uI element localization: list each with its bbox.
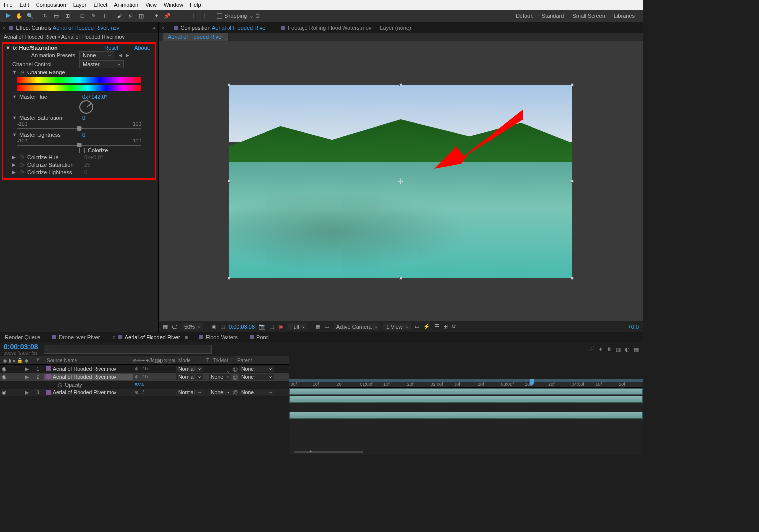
tab-drone[interactable]: Drone over River — [52, 334, 100, 340]
world-axis-icon[interactable]: ⊹ — [189, 11, 198, 20]
close-icon[interactable]: × — [113, 334, 115, 340]
layer-switches[interactable]: ⊕ / fx — [133, 366, 176, 371]
handle-icon[interactable] — [399, 277, 402, 280]
col-num[interactable]: # — [32, 358, 44, 363]
graph-editor-icon[interactable]: ▦ — [634, 346, 639, 353]
viewer-timecode[interactable]: 0:00:03:08 — [229, 324, 255, 330]
snapping-toggle[interactable]: Snapping ⌄ ⊡ — [217, 13, 260, 19]
pan-behind-icon[interactable]: ⊞ — [63, 11, 72, 20]
grid-icon[interactable]: ▦ — [163, 323, 168, 330]
reset-link[interactable]: Reset — [104, 45, 118, 51]
views-dropdown[interactable]: 1 View — [383, 323, 411, 330]
panel-menu-icon[interactable]: ≡ — [124, 25, 127, 31]
col-mode[interactable]: Mode — [176, 358, 205, 363]
canvas[interactable]: ✢ — [229, 85, 572, 278]
handle-icon[interactable] — [228, 180, 230, 183]
comp-mini-flowchart-icon[interactable]: ☄ — [589, 346, 594, 353]
opacity-value[interactable]: 58% — [133, 382, 176, 387]
menu-view[interactable]: View — [145, 2, 157, 8]
exposure-value[interactable]: +0.0 — [628, 324, 639, 330]
layer-bar[interactable] — [289, 412, 643, 419]
menu-effect[interactable]: Effect — [93, 2, 107, 8]
time-ruler[interactable]: :00f10f20f01:00f10f20f02:00f10f20f03:00f… — [289, 379, 643, 388]
light-slider[interactable] — [17, 145, 141, 146]
visibility-icon[interactable]: ◉ — [1, 390, 7, 395]
panel-menu-icon[interactable]: ≡ — [269, 25, 272, 31]
tab-render-queue[interactable]: Render Queue — [5, 334, 40, 340]
disclosure-icon[interactable]: ▼ — [12, 70, 16, 75]
tab-pond[interactable]: Pond — [250, 334, 269, 340]
motion-blur-icon[interactable]: ◐ — [625, 346, 630, 353]
workspace-libraries[interactable]: Libraries — [614, 13, 635, 19]
show-snapshot-icon[interactable]: ▢ — [269, 323, 274, 330]
about-link[interactable]: About... — [134, 45, 153, 51]
menu-help[interactable]: Help — [190, 2, 201, 8]
master-sat-value[interactable]: 0 — [82, 115, 85, 121]
time-zoom-slider[interactable] — [294, 451, 363, 453]
channel-range-strip[interactable] — [17, 77, 141, 83]
layer-switches[interactable]: ⊕ / fx — [133, 374, 176, 379]
workspace-small[interactable]: Small Screen — [572, 13, 605, 19]
col-source-name[interactable]: Source Name — [44, 358, 133, 363]
slider-thumb-icon[interactable] — [77, 126, 81, 131]
handle-icon[interactable] — [399, 83, 402, 86]
draft3d-icon[interactable]: ✦ — [598, 346, 603, 353]
trkmat-dropdown[interactable]: None — [209, 374, 231, 380]
anim-presets-dropdown[interactable]: None — [79, 51, 114, 59]
pickwhip-icon[interactable]: @ — [231, 390, 239, 395]
mask-icon[interactable]: ▭ — [324, 323, 329, 330]
handle-icon[interactable] — [571, 277, 574, 280]
snapshot-icon[interactable]: 📷 — [259, 323, 266, 330]
composition-viewer[interactable]: ✢ — [159, 41, 643, 321]
region-icon[interactable]: ◫ — [220, 323, 225, 330]
puppet-tool-icon[interactable]: 📌 — [163, 11, 172, 20]
col-parent[interactable]: Parent — [235, 358, 280, 363]
master-light-value[interactable]: 0 — [82, 132, 85, 138]
preset-prev-next-icon[interactable]: ◀ ▶ — [119, 53, 130, 58]
master-hue-value[interactable]: 0x+142.0° — [82, 94, 107, 100]
blend-mode-dropdown[interactable]: Normal — [176, 374, 203, 380]
view-axis-icon[interactable]: ⊹ — [200, 11, 209, 20]
handle-icon[interactable] — [228, 83, 230, 86]
roto-tool-icon[interactable]: ✦ — [152, 11, 161, 20]
close-icon[interactable]: × — [3, 25, 6, 31]
twirl-icon[interactable]: ▶ — [25, 390, 32, 395]
visibility-icon[interactable]: ◉ — [1, 366, 7, 372]
layer-switches[interactable]: ⊕ / — [133, 390, 176, 395]
disclosure-icon[interactable]: ▼ — [5, 45, 11, 51]
stopwatch-icon[interactable]: ◷ — [58, 382, 63, 388]
text-tool-icon[interactable]: T — [100, 11, 109, 20]
pixel-aspect-icon[interactable]: ▭ — [415, 323, 419, 330]
workspace-standard[interactable]: Standard — [542, 13, 564, 19]
trkmat-dropdown[interactable]: None — [209, 390, 231, 395]
handle-icon[interactable] — [571, 83, 574, 86]
display-icon[interactable]: 🖵 — [172, 324, 177, 330]
shy-icon[interactable]: 👁 — [607, 346, 612, 353]
pen-tool-icon[interactable]: ✎ — [89, 11, 98, 20]
flowchart-icon[interactable]: ⊞ — [443, 323, 448, 330]
sat-slider[interactable] — [17, 128, 141, 129]
opacity-property[interactable]: ◷ Opacity 58% — [0, 381, 289, 389]
home-icon[interactable]: ⯈ — [4, 11, 13, 20]
handle-icon[interactable] — [228, 277, 230, 280]
stopwatch-icon[interactable]: ◷ — [19, 69, 24, 75]
selection-tool-icon[interactable]: ✋ — [15, 11, 24, 20]
layer-row[interactable]: ◉ ▶ 3 Aerial of Flooded River.mov ⊕ / No… — [0, 389, 289, 396]
transparency-icon[interactable]: ▦ — [315, 323, 320, 330]
resolution-dropdown[interactable]: Full — [287, 323, 307, 330]
orbit-tool-icon[interactable]: ↻ — [41, 11, 50, 20]
pickwhip-icon[interactable]: @ — [231, 374, 239, 380]
channel-icon[interactable]: ◉ — [278, 323, 283, 330]
zoom-dropdown[interactable]: 50% — [181, 323, 203, 330]
hand-tool-icon[interactable]: 🔍 — [26, 11, 35, 20]
layer-tab[interactable]: Layer (none) — [380, 25, 411, 31]
track-area[interactable] — [289, 388, 643, 455]
channel-range-strip-2[interactable] — [17, 85, 141, 91]
effect-name[interactable]: Hue/Saturation — [19, 45, 57, 51]
composition-tab[interactable]: Composition Aerial of Flooded River≡ — [174, 25, 272, 31]
parent-dropdown[interactable]: None — [239, 366, 274, 372]
colorize-checkbox[interactable] — [79, 148, 85, 153]
parent-dropdown[interactable]: None — [239, 390, 274, 395]
clone-tool-icon[interactable]: ⎘ — [126, 11, 135, 20]
local-axis-icon[interactable]: ⊹ — [178, 11, 187, 20]
